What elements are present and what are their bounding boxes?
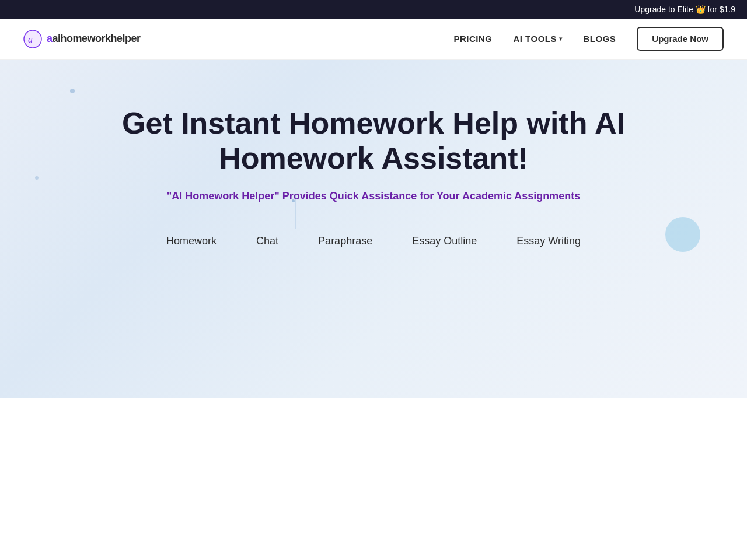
ai-tools-dropdown-arrow: ▾	[559, 36, 563, 42]
below-hero-section	[0, 398, 747, 550]
tool-tabs: Homework Chat Paraphrase Essay Outline E…	[23, 230, 724, 252]
logo-icon: a	[23, 30, 42, 48]
announcement-text: Upgrade to Elite 👑 for $1.9	[634, 5, 735, 14]
hero-title: Get Instant Homework Help with AI Homewo…	[111, 106, 636, 176]
logo-text: aaihomeworkhelper	[47, 33, 141, 45]
svg-point-0	[24, 30, 41, 48]
announcement-bar: Upgrade to Elite 👑 for $1.9	[0, 0, 747, 19]
bg-decor-circle-1	[70, 89, 75, 93]
tool-tab-paraphrase[interactable]: Paraphrase	[316, 230, 375, 252]
navbar: a aaihomeworkhelper PRICING AI TOOLS ▾ B…	[0, 19, 747, 60]
tool-tab-chat[interactable]: Chat	[254, 230, 281, 252]
bg-decor-circle-2	[35, 176, 39, 180]
nav-item-blogs[interactable]: BLOGS	[583, 34, 616, 44]
upgrade-now-button[interactable]: Upgrade Now	[637, 27, 724, 51]
tool-tab-homework[interactable]: Homework	[164, 230, 219, 252]
nav-item-pricing[interactable]: PRICING	[453, 34, 492, 44]
hero-section: Get Instant Homework Help with AI Homewo…	[0, 60, 747, 398]
bg-decor-circle-3	[665, 217, 700, 252]
logo[interactable]: a aaihomeworkhelper	[23, 30, 141, 48]
tool-tab-essay-outline[interactable]: Essay Outline	[410, 230, 479, 252]
nav-item-ai-tools[interactable]: AI TOOLS ▾	[513, 34, 562, 44]
tool-tab-essay-writing[interactable]: Essay Writing	[514, 230, 583, 252]
nav-links: PRICING AI TOOLS ▾ BLOGS Upgrade Now	[453, 27, 724, 51]
svg-text:a: a	[28, 34, 33, 44]
bg-decor-dot-line	[295, 194, 296, 229]
hero-subtitle: "AI Homework Helper" Provides Quick Assi…	[23, 190, 724, 202]
